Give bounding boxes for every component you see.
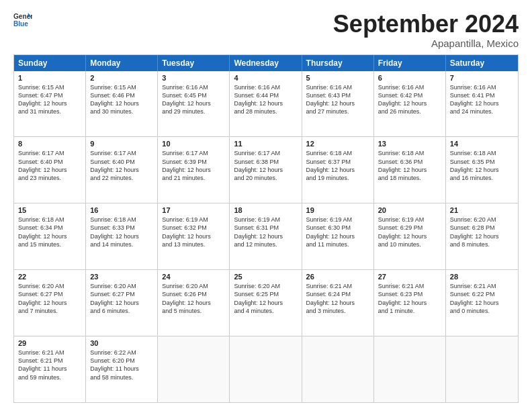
cal-cell: 28Sunrise: 6:21 AM Sunset: 6:22 PM Dayli…	[446, 270, 518, 336]
cal-cell: 4Sunrise: 6:16 AM Sunset: 6:44 PM Daylig…	[230, 71, 302, 137]
day-info: Sunrise: 6:21 AM Sunset: 6:21 PM Dayligh…	[18, 349, 81, 381]
cal-cell: 26Sunrise: 6:21 AM Sunset: 6:24 PM Dayli…	[302, 270, 374, 336]
day-info: Sunrise: 6:16 AM Sunset: 6:41 PM Dayligh…	[450, 83, 514, 116]
cal-cell: 21Sunrise: 6:20 AM Sunset: 6:28 PM Dayli…	[446, 203, 518, 269]
logo-icon: General Blue	[13, 11, 32, 30]
cal-cell: 6Sunrise: 6:16 AM Sunset: 6:42 PM Daylig…	[374, 71, 446, 137]
day-number: 2	[90, 74, 153, 82]
day-info: Sunrise: 6:16 AM Sunset: 6:42 PM Dayligh…	[378, 83, 441, 116]
day-number: 15	[18, 206, 81, 214]
cal-cell: 11Sunrise: 6:17 AM Sunset: 6:38 PM Dayli…	[230, 137, 302, 203]
day-number: 22	[18, 273, 81, 281]
day-number: 9	[90, 140, 153, 148]
svg-text:Blue: Blue	[13, 20, 28, 28]
cal-cell: 23Sunrise: 6:20 AM Sunset: 6:27 PM Dayli…	[86, 270, 158, 336]
weekday-header-sunday: Sunday	[14, 55, 86, 71]
day-number: 25	[234, 273, 297, 281]
day-number: 20	[378, 206, 441, 214]
day-number: 27	[378, 273, 441, 281]
day-info: Sunrise: 6:18 AM Sunset: 6:35 PM Dayligh…	[450, 149, 514, 182]
cal-cell: 20Sunrise: 6:19 AM Sunset: 6:29 PM Dayli…	[374, 203, 446, 269]
cal-cell	[446, 336, 518, 402]
cal-row-2: 15Sunrise: 6:18 AM Sunset: 6:34 PM Dayli…	[14, 203, 518, 269]
weekday-header-saturday: Saturday	[446, 55, 518, 71]
day-info: Sunrise: 6:16 AM Sunset: 6:43 PM Dayligh…	[306, 83, 369, 116]
day-number: 12	[306, 140, 369, 148]
day-number: 16	[90, 206, 153, 214]
day-number: 26	[306, 273, 369, 281]
cal-cell: 5Sunrise: 6:16 AM Sunset: 6:43 PM Daylig…	[302, 71, 374, 137]
month-title: September 2024	[333, 11, 519, 38]
day-info: Sunrise: 6:18 AM Sunset: 6:37 PM Dayligh…	[306, 149, 369, 182]
cal-cell: 15Sunrise: 6:18 AM Sunset: 6:34 PM Dayli…	[14, 203, 86, 269]
weekday-header-wednesday: Wednesday	[230, 55, 302, 71]
day-number: 6	[378, 74, 441, 82]
logo: General Blue	[13, 11, 32, 30]
day-info: Sunrise: 6:17 AM Sunset: 6:39 PM Dayligh…	[162, 149, 225, 182]
calendar: SundayMondayTuesdayWednesdayThursdayFrid…	[13, 54, 519, 403]
day-info: Sunrise: 6:20 AM Sunset: 6:27 PM Dayligh…	[90, 282, 153, 315]
day-info: Sunrise: 6:16 AM Sunset: 6:44 PM Dayligh…	[234, 83, 297, 116]
day-number: 24	[162, 273, 225, 281]
day-number: 13	[378, 140, 441, 148]
day-info: Sunrise: 6:17 AM Sunset: 6:38 PM Dayligh…	[234, 149, 297, 182]
day-info: Sunrise: 6:21 AM Sunset: 6:23 PM Dayligh…	[378, 282, 441, 315]
cal-cell: 14Sunrise: 6:18 AM Sunset: 6:35 PM Dayli…	[446, 137, 518, 203]
day-info: Sunrise: 6:15 AM Sunset: 6:46 PM Dayligh…	[90, 83, 153, 116]
cal-cell: 25Sunrise: 6:20 AM Sunset: 6:25 PM Dayli…	[230, 270, 302, 336]
cal-cell	[302, 336, 374, 402]
day-info: Sunrise: 6:20 AM Sunset: 6:27 PM Dayligh…	[18, 282, 81, 315]
day-info: Sunrise: 6:20 AM Sunset: 6:26 PM Dayligh…	[162, 282, 225, 315]
day-number: 29	[18, 339, 81, 347]
day-number: 30	[90, 339, 153, 347]
day-number: 11	[234, 140, 297, 148]
cal-cell: 3Sunrise: 6:16 AM Sunset: 6:45 PM Daylig…	[158, 71, 230, 137]
day-info: Sunrise: 6:19 AM Sunset: 6:29 PM Dayligh…	[378, 216, 441, 248]
day-info: Sunrise: 6:16 AM Sunset: 6:45 PM Dayligh…	[162, 83, 225, 116]
day-info: Sunrise: 6:17 AM Sunset: 6:40 PM Dayligh…	[90, 149, 153, 182]
day-info: Sunrise: 6:20 AM Sunset: 6:25 PM Dayligh…	[234, 282, 297, 315]
weekday-header-monday: Monday	[86, 55, 158, 71]
weekday-header-friday: Friday	[374, 55, 446, 71]
cal-cell: 18Sunrise: 6:19 AM Sunset: 6:31 PM Dayli…	[230, 203, 302, 269]
weekday-header-tuesday: Tuesday	[158, 55, 230, 71]
day-number: 18	[234, 206, 297, 214]
day-number: 21	[450, 206, 514, 214]
cal-row-0: 1Sunrise: 6:15 AM Sunset: 6:47 PM Daylig…	[14, 71, 518, 137]
title-block: September 2024 Apapantilla, Mexico	[333, 11, 519, 49]
cal-cell	[374, 336, 446, 402]
calendar-header: SundayMondayTuesdayWednesdayThursdayFrid…	[14, 55, 518, 71]
location-title: Apapantilla, Mexico	[333, 38, 519, 49]
cal-cell: 10Sunrise: 6:17 AM Sunset: 6:39 PM Dayli…	[158, 137, 230, 203]
day-info: Sunrise: 6:19 AM Sunset: 6:32 PM Dayligh…	[162, 216, 225, 248]
cal-row-3: 22Sunrise: 6:20 AM Sunset: 6:27 PM Dayli…	[14, 269, 518, 336]
cal-cell: 24Sunrise: 6:20 AM Sunset: 6:26 PM Dayli…	[158, 270, 230, 336]
cal-cell: 13Sunrise: 6:18 AM Sunset: 6:36 PM Dayli…	[374, 137, 446, 203]
day-info: Sunrise: 6:21 AM Sunset: 6:24 PM Dayligh…	[306, 282, 369, 315]
cal-row-4: 29Sunrise: 6:21 AM Sunset: 6:21 PM Dayli…	[14, 336, 518, 402]
calendar-body: 1Sunrise: 6:15 AM Sunset: 6:47 PM Daylig…	[14, 71, 518, 402]
day-info: Sunrise: 6:19 AM Sunset: 6:31 PM Dayligh…	[234, 216, 297, 248]
day-info: Sunrise: 6:21 AM Sunset: 6:22 PM Dayligh…	[450, 282, 514, 315]
day-number: 19	[306, 206, 369, 214]
cal-cell: 1Sunrise: 6:15 AM Sunset: 6:47 PM Daylig…	[14, 71, 86, 137]
cal-cell	[158, 336, 230, 402]
cal-cell: 16Sunrise: 6:18 AM Sunset: 6:33 PM Dayli…	[86, 203, 158, 269]
day-info: Sunrise: 6:15 AM Sunset: 6:47 PM Dayligh…	[18, 83, 81, 116]
day-number: 7	[450, 74, 514, 82]
cal-cell: 7Sunrise: 6:16 AM Sunset: 6:41 PM Daylig…	[446, 71, 518, 137]
day-number: 14	[450, 140, 514, 148]
cal-cell: 19Sunrise: 6:19 AM Sunset: 6:30 PM Dayli…	[302, 203, 374, 269]
day-info: Sunrise: 6:18 AM Sunset: 6:34 PM Dayligh…	[18, 216, 81, 248]
day-number: 3	[162, 74, 225, 82]
day-number: 23	[90, 273, 153, 281]
day-info: Sunrise: 6:18 AM Sunset: 6:33 PM Dayligh…	[90, 216, 153, 248]
cal-cell: 12Sunrise: 6:18 AM Sunset: 6:37 PM Dayli…	[302, 137, 374, 203]
day-number: 28	[450, 273, 514, 281]
day-number: 1	[18, 74, 81, 82]
header: General Blue September 2024 Apapantilla,…	[13, 11, 519, 49]
day-number: 10	[162, 140, 225, 148]
day-number: 17	[162, 206, 225, 214]
cal-cell: 2Sunrise: 6:15 AM Sunset: 6:46 PM Daylig…	[86, 71, 158, 137]
cal-cell: 22Sunrise: 6:20 AM Sunset: 6:27 PM Dayli…	[14, 270, 86, 336]
